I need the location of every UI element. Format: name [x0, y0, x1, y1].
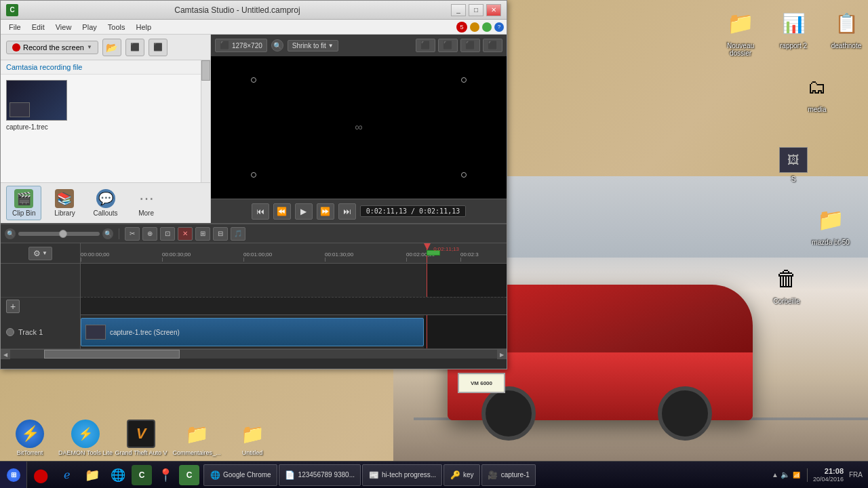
tab-clip-bin[interactable]: 🎬 Clip Bin	[6, 186, 41, 220]
preview-resolution-btn[interactable]: ⬛ 1278×720	[215, 39, 267, 52]
rewind-button[interactable]: ⏪	[273, 203, 291, 220]
taskbar-chrome-window[interactable]: 🌐 Google Chrome	[203, 464, 277, 486]
timeline-ruler-row: ⚙ ▼ 00:00:00;00 00:00:30;00	[1, 243, 507, 264]
hitech-taskbar-label: hi-tech progress...	[382, 471, 436, 479]
taskbar-camtasia2-icon[interactable]: C	[179, 465, 199, 485]
menu-file[interactable]: File	[3, 22, 26, 33]
tab-library[interactable]: 📚 Library	[47, 186, 82, 220]
menu-tools[interactable]: Tools	[102, 22, 131, 33]
taskbar-opera-icon[interactable]: ⬤	[28, 463, 53, 487]
media-thumbnail[interactable]	[6, 80, 67, 121]
hscroll-right-arrow[interactable]: ▶	[497, 350, 507, 359]
image-icon: 🖼	[779, 147, 808, 173]
timeline-zoom-slider[interactable]	[18, 232, 100, 236]
preview-toolbar: ⬛ 1278×720 🔍 Shrink to fit ▼ ⬛ ⬛ ⬛ ⬛	[211, 35, 507, 56]
timeline-cut-btn[interactable]: ✂	[125, 227, 140, 241]
playback-bar: ⏮ ⏪ ▶ ⏩ ⏭ 0:02:11,13 / 0:02:11,13	[211, 199, 507, 223]
tab-more[interactable]: ⋯ More	[129, 186, 164, 220]
doc-icon: 📋	[830, 7, 863, 39]
preview-fit-btn[interactable]: Shrink to fit ▼	[288, 40, 338, 52]
daemon-icon: ⚡	[71, 420, 100, 448]
menu-play[interactable]: Play	[77, 22, 102, 33]
taskbar-start-button[interactable]: ⊞	[0, 462, 27, 488]
search-preview-icon[interactable]: 🔍	[271, 39, 283, 52]
dapp-untitled[interactable]: 📁 Untitled	[225, 418, 279, 458]
dapp-daemon[interactable]: ⚡ DAEMON Tools Lite	[58, 418, 113, 458]
track-add-row: +	[1, 298, 80, 315]
key-taskbar-label: key	[463, 471, 474, 479]
empty-track-row	[81, 264, 507, 298]
timeline-settings-button[interactable]: ⚙ ▼	[28, 247, 52, 260]
right-panel: ⬛ 1278×720 🔍 Shrink to fit ▼ ⬛ ⬛ ⬛ ⬛	[211, 35, 507, 223]
preview-settings-btn[interactable]: ⬛	[483, 39, 502, 52]
preview-fullscreen-btn[interactable]: ⬛	[460, 39, 480, 52]
desktop-icon-corbeille[interactable]: 🗑 Corbeille	[763, 262, 810, 305]
taskbar-doc-window[interactable]: 📄 123456789 9380...	[279, 464, 361, 486]
taskbar-capture-window[interactable]: 🎥 capture-1	[481, 464, 536, 486]
timeline-zoom-thumb[interactable]	[59, 230, 67, 238]
preview-split-btn[interactable]: ⬛	[438, 39, 458, 52]
dapp-bittorrent[interactable]: ⚡ BitTorrent	[3, 418, 57, 458]
timeline-search-icon[interactable]: 🔍	[5, 228, 16, 239]
desktop-icon-mazda[interactable]: 📁 mazda bt-50	[807, 203, 854, 246]
taskbar-ie-icon[interactable]: ℯ	[54, 463, 79, 487]
ruler-tick-1	[162, 258, 163, 262]
tool-tabs: 🎬 Clip Bin 📚 Library 💬 Callouts ⋯ More	[1, 182, 210, 223]
skip-end-button[interactable]: ⏭	[338, 203, 356, 220]
record-button[interactable]: Record the screen ▼	[6, 41, 98, 54]
desktop-icon-nouveau-dossier[interactable]: 📁 Nouveau dossier	[724, 7, 757, 57]
hscroll-track[interactable]	[10, 350, 497, 359]
hscroll-left-arrow[interactable]: ◀	[1, 350, 10, 359]
hscroll-thumb[interactable]	[44, 350, 180, 359]
tab-more-label: More	[138, 209, 154, 217]
folder-open-button[interactable]: 📂	[102, 39, 121, 56]
taskbar-files-icon[interactable]: 📁	[80, 463, 104, 487]
desktop-icon-media[interactable]: 🗂 media	[793, 70, 841, 113]
track-add-button[interactable]: +	[6, 300, 20, 313]
info-icon: ?	[494, 22, 504, 32]
track1-mute-button[interactable]	[6, 328, 14, 336]
maximize-button[interactable]: □	[469, 4, 484, 16]
skip-start-button[interactable]: ⏮	[252, 203, 269, 220]
preview-toggle-btn[interactable]: ⬛	[416, 39, 435, 52]
taskbar-hitech-window[interactable]: 📰 hi-tech progress...	[362, 464, 442, 486]
taskbar-chrome-icon[interactable]: 🌐	[106, 463, 130, 487]
close-button[interactable]: ✕	[486, 4, 501, 16]
handle-br	[461, 172, 467, 178]
tray-audio-icon[interactable]: 🔈	[781, 470, 790, 480]
media-scrollbar[interactable]	[201, 60, 210, 182]
timeline-marker-btn[interactable]: ⊞	[195, 227, 210, 241]
scrollbar-thumb[interactable]	[201, 60, 210, 81]
timeline-split-btn[interactable]: ⊡	[160, 227, 175, 241]
desktop-icon-label: deathnote	[831, 42, 862, 49]
desktop-icon-deathnote[interactable]: 📋 deathnote	[830, 7, 863, 57]
tray-expand-icon[interactable]: ▲	[772, 471, 778, 479]
timeline-audio-btn[interactable]: 🎵	[231, 227, 245, 241]
tab-callouts[interactable]: 💬 Callouts	[87, 186, 123, 220]
fast-forward-button[interactable]: ⏩	[317, 203, 334, 220]
play-button[interactable]: ▶	[295, 203, 313, 220]
taskbar-key-window[interactable]: 🔑 key	[443, 464, 480, 486]
desktop-icons-panel: 📁 Nouveau dossier 📊 rapport 2 📋 deathnot…	[719, 0, 868, 339]
dapp-commentaires[interactable]: 📁 Commentaires_...	[170, 418, 224, 458]
export-button[interactable]: ⬛	[149, 39, 167, 56]
dapp-gta5[interactable]: V Grand Theft Auto V	[114, 418, 168, 458]
desktop-icon-s[interactable]: 🖼 S	[775, 147, 812, 183]
menu-edit[interactable]: Edit	[26, 22, 50, 33]
timeline-caption-btn[interactable]: ⊟	[213, 227, 228, 241]
menu-view[interactable]: View	[50, 22, 77, 33]
clip-block[interactable]: capture-1.trec (Screen)	[81, 318, 424, 346]
desktop-icon-rapport2[interactable]: 📊 rapport 2	[777, 7, 810, 57]
menu-help[interactable]: Help	[130, 22, 157, 33]
add-media-button[interactable]: ⬛	[125, 39, 144, 56]
timeline-splice-btn[interactable]: ⊕	[142, 227, 157, 241]
tray-network-icon[interactable]: 📶	[792, 470, 802, 480]
taskbar-location-icon[interactable]: 📍	[153, 463, 178, 487]
taskbar-camtasia-icon[interactable]: C	[132, 465, 152, 485]
desktop-icon-label: media	[808, 106, 826, 113]
timeline-zoom-icon[interactable]: 🔍	[102, 228, 113, 239]
clock-date: 20/04/2016	[813, 476, 844, 483]
minimize-button[interactable]: _	[451, 4, 466, 16]
timeline-delete-btn[interactable]: ✕	[178, 227, 193, 241]
windows-icon: ⊞	[7, 468, 20, 482]
